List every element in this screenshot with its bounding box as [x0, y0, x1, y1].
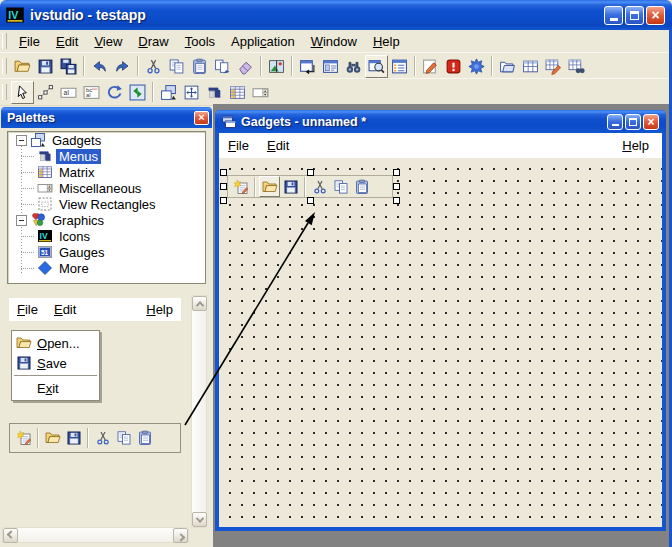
bring-front-button[interactable] [157, 81, 180, 104]
selected-toolbar-widget[interactable] [223, 172, 397, 201]
cut-button[interactable] [92, 428, 113, 449]
binoculars-button[interactable] [342, 55, 365, 78]
toolbar-gripper[interactable] [2, 58, 7, 74]
tree-item-gadgets[interactable]: Gadgets [8, 132, 205, 148]
palettes-titlebar[interactable]: Palettes × [1, 107, 212, 128]
vertical-scrollbar[interactable] [191, 295, 207, 528]
paste-button[interactable] [351, 176, 372, 197]
cut-button[interactable] [142, 55, 165, 78]
menu-draw[interactable]: Draw [130, 32, 176, 51]
child-menu-file[interactable]: File [219, 136, 258, 155]
table-edit-button[interactable] [542, 55, 565, 78]
popup-item-save[interactable]: Save [12, 353, 99, 373]
scroll-down-button[interactable] [192, 512, 207, 527]
toolbar-widget[interactable] [227, 175, 393, 198]
tree-expander-minus[interactable] [16, 135, 27, 146]
selection-handle-nw[interactable] [220, 169, 227, 176]
table-find-button[interactable] [565, 55, 588, 78]
scroll-right-button[interactable] [173, 528, 188, 543]
preview-menu-edit[interactable]: Edit [46, 300, 84, 319]
tree-expander-minus[interactable] [16, 215, 27, 226]
edit-points-button[interactable] [34, 81, 57, 104]
popup-item-exit[interactable]: Exit [12, 378, 99, 398]
select-button[interactable] [11, 81, 34, 104]
draw-edit-button[interactable] [419, 55, 442, 78]
menu-button[interactable] [203, 81, 226, 104]
paste-button[interactable] [134, 428, 155, 449]
matrix-button[interactable] [226, 81, 249, 104]
maximize-button[interactable] [625, 6, 644, 25]
details-button[interactable] [388, 55, 411, 78]
selection-handle-ne[interactable] [393, 169, 400, 176]
scroll-up-button[interactable] [192, 296, 207, 311]
zoom-view-button[interactable] [365, 55, 388, 78]
preview-menu-file[interactable]: File [9, 300, 46, 319]
window-arrange-button[interactable] [296, 55, 319, 78]
preview-menu-help[interactable]: Help [138, 300, 181, 319]
tree-item-graphics[interactable]: Graphics [8, 212, 205, 228]
tree-item-more[interactable]: More [8, 260, 205, 276]
design-canvas[interactable] [219, 158, 662, 527]
label-button[interactable]: al [57, 81, 80, 104]
new-button[interactable] [13, 428, 34, 449]
save-button[interactable] [34, 55, 57, 78]
open-button[interactable] [259, 176, 280, 197]
copy-button[interactable] [330, 176, 351, 197]
menu-help[interactable]: Help [365, 32, 408, 51]
selection-handle-e[interactable] [393, 183, 400, 190]
open-button[interactable] [42, 428, 63, 449]
save-button[interactable] [63, 428, 84, 449]
redo-button[interactable] [111, 55, 134, 78]
save-button[interactable] [280, 176, 301, 197]
scripts-button[interactable] [496, 55, 519, 78]
tree-item-menus[interactable]: Menus [8, 148, 205, 164]
selection-handle-sw[interactable] [220, 197, 227, 204]
popup-item-open[interactable]: Open... [12, 333, 99, 353]
paste-button[interactable] [188, 55, 211, 78]
tree-item-icons[interactable]: IVIcons [8, 228, 205, 244]
scroll-left-button[interactable] [3, 528, 18, 543]
open-button[interactable] [11, 55, 34, 78]
spinner-button[interactable] [249, 81, 272, 104]
close-button[interactable]: × [646, 6, 665, 25]
selection-handle-s[interactable] [307, 197, 314, 204]
rotate-button[interactable] [103, 81, 126, 104]
tree-item-gauges[interactable]: 51Gauges [8, 244, 205, 260]
toolbar-gripper[interactable] [2, 84, 7, 100]
minimize-button[interactable] [604, 6, 623, 25]
palettes-close-button[interactable]: × [194, 111, 209, 125]
child-close-button[interactable]: × [643, 114, 659, 130]
menu-file[interactable]: File [11, 32, 48, 51]
refresh-button[interactable] [126, 81, 149, 104]
save-all-button[interactable] [57, 55, 80, 78]
menu-application[interactable]: Application [223, 32, 303, 51]
toolbar-gripper[interactable] [2, 33, 7, 49]
multiline-label-button[interactable]: bcal [80, 81, 103, 104]
menu-tools[interactable]: Tools [177, 32, 223, 51]
child-menu-help[interactable]: Help [613, 136, 658, 155]
menu-view[interactable]: View [86, 32, 130, 51]
selection-handle-n[interactable] [307, 169, 314, 176]
copy-button[interactable] [165, 55, 188, 78]
child-menu-edit[interactable]: Edit [258, 136, 298, 155]
image-button[interactable] [265, 55, 288, 78]
child-minimize-button[interactable] [607, 114, 623, 130]
new-button[interactable] [230, 176, 251, 197]
alert-button[interactable] [442, 55, 465, 78]
duplicate-button[interactable] [211, 55, 234, 78]
form-view-button[interactable] [319, 55, 342, 78]
selection-handle-se[interactable] [393, 197, 400, 204]
tree-item-matrix[interactable]: Matrix [8, 164, 205, 180]
tree-item-view-rectangles[interactable]: View Rectangles [8, 196, 205, 212]
debug-button[interactable] [465, 55, 488, 78]
menu-window[interactable]: Window [303, 32, 365, 51]
tree-item-miscellaneous[interactable]: Miscellaneous [8, 180, 205, 196]
undo-button[interactable] [88, 55, 111, 78]
erase-button[interactable] [234, 55, 257, 78]
horizontal-scrollbar[interactable] [2, 527, 189, 543]
table-button[interactable] [519, 55, 542, 78]
selection-handle-w[interactable] [220, 183, 227, 190]
menu-edit[interactable]: Edit [48, 32, 86, 51]
child-titlebar[interactable]: Gadgets - unnamed * × [215, 110, 666, 133]
fit-button[interactable] [180, 81, 203, 104]
